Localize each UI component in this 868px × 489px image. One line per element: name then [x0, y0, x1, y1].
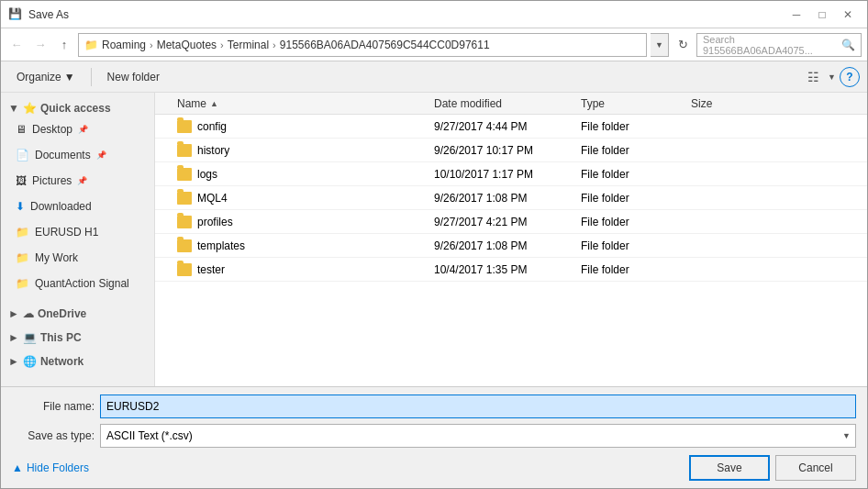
sidebar-item-desktop[interactable]: 🖥 Desktop 📌	[1, 117, 154, 142]
sep-2: ›	[220, 39, 224, 50]
quick-access-arrow: ▼	[8, 102, 19, 115]
quantaction-label: QuantAction Signal	[35, 277, 129, 290]
hide-folders-toggle[interactable]: ▲ Hide Folders	[12, 461, 684, 474]
path-folder-icon: 📁	[84, 39, 98, 51]
save-button[interactable]: Save	[689, 455, 770, 481]
table-row[interactable]: tester 10/4/2017 1:35 PM File folder	[155, 258, 867, 282]
eurusd-icon: 📁	[16, 226, 29, 239]
mywork-label: My Work	[35, 251, 78, 264]
cancel-button[interactable]: Cancel	[775, 455, 856, 481]
folder-icon	[177, 144, 192, 157]
refresh-button[interactable]: ↻	[673, 35, 693, 55]
file-type-cell: File folder	[581, 263, 691, 276]
table-row[interactable]: history 9/26/2017 10:17 PM File folder	[155, 139, 867, 162]
search-box[interactable]: Search 915566BA06ADA4075... 🔍	[696, 33, 862, 57]
file-name-text: tester	[197, 263, 225, 276]
sidebar-item-mywork[interactable]: 📁 My Work	[1, 245, 154, 271]
help-button[interactable]: ?	[840, 67, 860, 87]
save-as-dialog: 💾 Save As ─ □ ✕ ← → ↑ 📁 Roaming › MetaQu…	[0, 0, 868, 489]
sidebar-item-documents[interactable]: 📄 Documents 📌	[1, 142, 154, 168]
file-name-text: logs	[197, 168, 217, 181]
file-date-cell: 9/27/2017 4:44 PM	[434, 120, 581, 133]
organize-button[interactable]: Organize ▼	[8, 66, 83, 88]
file-list-header: Name ▲ Date modified Type Size	[155, 93, 867, 115]
table-row[interactable]: MQL4 9/26/2017 1:08 PM File folder	[155, 186, 867, 210]
desktop-icon: 🖥	[16, 123, 27, 136]
file-name-cell: profiles	[159, 216, 434, 228]
maximize-button[interactable]: □	[810, 5, 834, 25]
downloaded-icon: ⬇	[16, 200, 25, 213]
sidebar-section-thispc[interactable]: ► 💻 This PC	[1, 326, 154, 346]
table-row[interactable]: config 9/27/2017 4:44 PM File folder	[155, 115, 867, 139]
savetype-label: Save as type:	[12, 429, 95, 442]
file-type-cell: File folder	[581, 144, 691, 157]
filename-label: File name:	[12, 400, 95, 413]
up-button[interactable]: ↑	[54, 35, 74, 55]
header-size[interactable]: Size	[691, 97, 764, 110]
pictures-icon: 🖼	[16, 174, 27, 187]
sidebar: ▼ ⭐ Quick access 🖥 Desktop 📌 📄 Documents…	[1, 93, 155, 386]
address-dropdown[interactable]: ▼	[651, 33, 669, 57]
header-date[interactable]: Date modified	[434, 97, 581, 110]
address-path[interactable]: 📁 Roaming › MetaQuotes › Terminal › 9155…	[78, 33, 647, 57]
minimize-button[interactable]: ─	[785, 5, 808, 25]
file-name-text: profiles	[197, 216, 233, 228]
path-part-1: Roaming	[102, 39, 146, 51]
file-name-cell: MQL4	[159, 192, 434, 205]
quick-access-label: Quick access	[40, 102, 111, 115]
title-controls: ─ □ ✕	[785, 5, 860, 25]
network-arrow: ►	[8, 355, 19, 368]
downloaded-label: Downloaded	[30, 200, 92, 213]
filename-input[interactable]	[100, 395, 856, 418]
dialog-title: Save As	[28, 8, 69, 21]
file-name-text: templates	[197, 239, 245, 252]
folder-icon	[177, 120, 192, 133]
file-date-cell: 10/4/2017 1:35 PM	[434, 263, 581, 276]
sidebar-item-quantaction[interactable]: 📁 QuantAction Signal	[1, 271, 154, 296]
savetype-select[interactable]: ASCII Text (*.csv)	[100, 424, 856, 448]
documents-pin: 📌	[96, 150, 106, 160]
network-icon: 🌐	[23, 355, 37, 368]
view-button[interactable]: ☷	[802, 66, 824, 88]
toolbar-separator	[91, 68, 92, 86]
onedrive-label: OneDrive	[38, 307, 86, 320]
file-date-cell: 9/26/2017 1:08 PM	[434, 239, 581, 252]
sidebar-section-quick-access[interactable]: ▼ ⭐ Quick access	[1, 96, 154, 117]
sidebar-item-pictures[interactable]: 🖼 Pictures 📌	[1, 168, 154, 194]
header-type[interactable]: Type	[581, 97, 691, 110]
main-content: ▼ ⭐ Quick access 🖥 Desktop 📌 📄 Documents…	[1, 93, 867, 386]
sep-1: ›	[150, 39, 153, 50]
file-name-text: config	[197, 120, 227, 133]
eurusd-label: EURUSD H1	[35, 226, 98, 239]
file-type-cell: File folder	[581, 120, 691, 133]
table-row[interactable]: logs 10/10/2017 1:17 PM File folder	[155, 162, 867, 186]
sidebar-section-network[interactable]: ► 🌐 Network	[1, 350, 154, 370]
organize-arrow: ▼	[64, 71, 75, 83]
sidebar-item-eurusd[interactable]: 📁 EURUSD H1	[1, 219, 154, 245]
search-icon: 🔍	[841, 39, 855, 51]
header-name-label: Name	[177, 97, 206, 110]
back-button[interactable]: ←	[6, 35, 27, 55]
file-name-text: history	[197, 144, 229, 157]
file-type-cell: File folder	[581, 192, 691, 205]
organize-label: Organize	[17, 71, 61, 83]
documents-label: Documents	[35, 149, 91, 161]
forward-button[interactable]: →	[30, 35, 50, 55]
onedrive-icon: ☁	[23, 307, 34, 320]
close-button[interactable]: ✕	[836, 5, 860, 25]
sidebar-item-downloaded[interactable]: ⬇ Downloaded	[1, 194, 154, 219]
file-date-cell: 10/10/2017 1:17 PM	[434, 168, 581, 181]
documents-icon: 📄	[16, 149, 29, 161]
new-folder-button[interactable]: New folder	[99, 66, 168, 88]
header-name[interactable]: Name ▲	[159, 97, 434, 110]
sidebar-section-onedrive[interactable]: ► ☁ OneDrive	[1, 302, 154, 322]
path-part-4: 915566BA06ADA407569C544CC0D97611	[280, 39, 490, 51]
table-row[interactable]: profiles 9/27/2017 4:21 PM File folder	[155, 210, 867, 234]
path-part-2: MetaQuotes	[157, 39, 217, 51]
bottom-section: File name: Save as type: ASCII Text (*.c…	[1, 386, 867, 488]
table-row[interactable]: templates 9/26/2017 1:08 PM File folder	[155, 234, 867, 258]
file-rows-container: config 9/27/2017 4:44 PM File folder his…	[155, 115, 867, 282]
thispc-arrow: ►	[8, 331, 19, 344]
file-name-cell: templates	[159, 239, 434, 252]
view-arrow: ▼	[828, 72, 836, 82]
